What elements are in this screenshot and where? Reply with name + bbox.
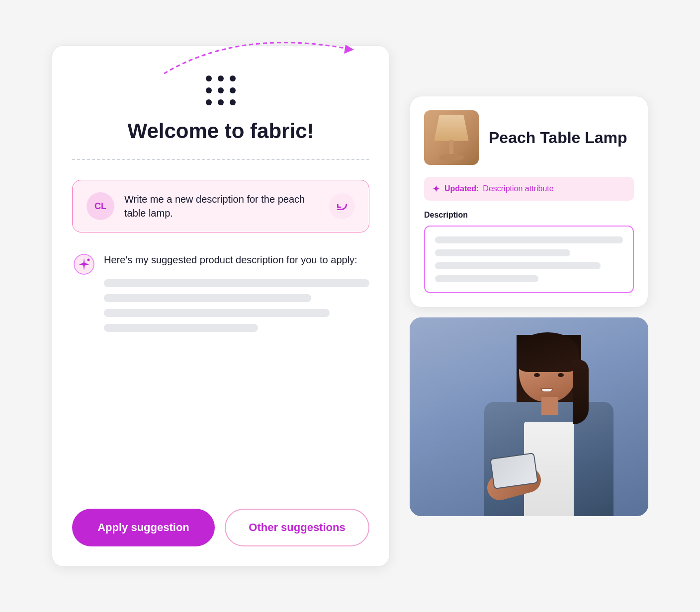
- right-panel: Peach Table Lamp ✦ Updated: Description …: [410, 96, 648, 516]
- teeth: [542, 389, 552, 391]
- return-icon: [336, 200, 349, 213]
- section-divider: [72, 159, 369, 160]
- skeleton-line-1: [104, 279, 369, 287]
- skeleton-line-3: [104, 309, 330, 317]
- dotted-arrow: [159, 19, 368, 83]
- other-suggestions-button[interactable]: Other suggestions: [225, 509, 369, 546]
- tablet-device: [490, 453, 538, 489]
- eye-left: [534, 373, 540, 377]
- welcome-title: Welcome to fabric!: [128, 119, 314, 143]
- description-text-box[interactable]: [424, 226, 634, 293]
- product-card: Peach Table Lamp ✦ Updated: Description …: [410, 96, 648, 307]
- lamp-base-bottom: [439, 154, 464, 161]
- dot-7: [206, 99, 212, 105]
- apply-suggestion-button[interactable]: Apply suggestion: [72, 509, 215, 546]
- ai-response-section: Here's my suggested product description …: [72, 252, 369, 332]
- dot-4: [206, 87, 212, 93]
- product-image: [424, 110, 479, 165]
- hair-side-right: [573, 360, 589, 424]
- person-silhouette: [410, 317, 648, 516]
- person-photo: [410, 317, 648, 516]
- return-button[interactable]: [329, 193, 355, 219]
- dot-5: [218, 87, 224, 93]
- desc-skeleton-2: [435, 249, 570, 256]
- updated-badge: ✦ Updated: Description attribute: [424, 177, 634, 201]
- desc-skeleton-3: [435, 262, 601, 269]
- svg-marker-0: [344, 45, 354, 54]
- updated-label: Updated:: [444, 184, 479, 193]
- eye-right: [558, 373, 564, 377]
- ai-sparkle-icon: [72, 252, 96, 276]
- product-title: Peach Table Lamp: [489, 128, 627, 147]
- lamp-shade: [434, 115, 469, 141]
- hair-front: [517, 332, 579, 372]
- dot-9: [230, 99, 236, 105]
- svg-point-2: [88, 259, 90, 261]
- badge-sparkle-icon: ✦: [432, 183, 440, 195]
- chat-message-bubble: CL Write me a new description for the pe…: [72, 180, 369, 232]
- sparkle-svg: [73, 253, 95, 275]
- chat-message-text: Write me a new description for the peach…: [124, 192, 319, 220]
- description-label: Description: [424, 211, 634, 220]
- ai-content: Here's my suggested product description …: [104, 252, 369, 332]
- desc-skeleton-1: [435, 236, 623, 243]
- skeleton-line-2: [104, 294, 311, 302]
- main-container: Welcome to fabric! CL Write me a new des…: [0, 0, 700, 612]
- desc-skeleton-4: [435, 275, 538, 282]
- tablet-screen: [491, 454, 537, 488]
- left-panel: Welcome to fabric! CL Write me a new des…: [52, 45, 390, 567]
- ai-intro-text: Here's my suggested product description …: [104, 252, 369, 267]
- dot-6: [230, 87, 236, 93]
- skeleton-text-preview: [104, 279, 369, 332]
- dot-8: [218, 99, 224, 105]
- neck: [541, 397, 558, 415]
- skeleton-line-4: [104, 324, 258, 332]
- product-header: Peach Table Lamp: [424, 110, 634, 165]
- lamp-base-top: [449, 140, 453, 155]
- action-buttons: Apply suggestion Other suggestions: [72, 509, 369, 546]
- updated-value: Description attribute: [483, 184, 553, 193]
- user-avatar: CL: [87, 192, 114, 220]
